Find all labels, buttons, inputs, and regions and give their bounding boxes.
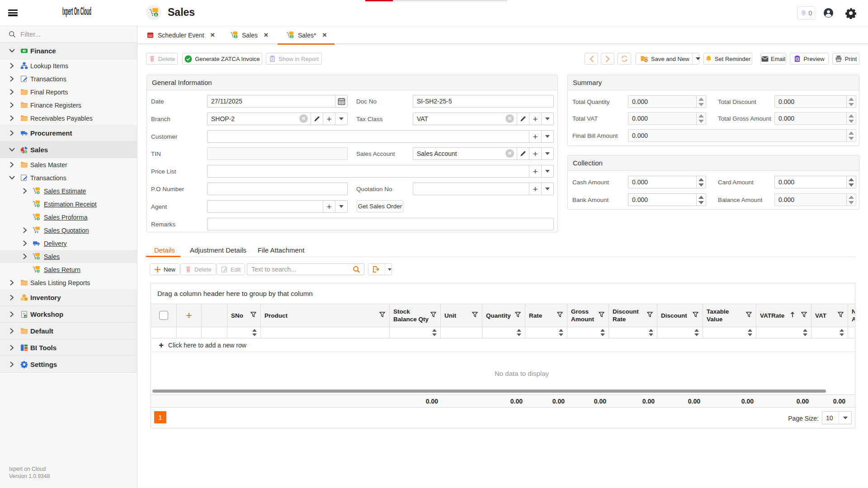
svg-text:$: $ [38,256,39,259]
svg-text:$: $ [38,217,39,220]
svg-text:$: $ [38,269,39,272]
svg-text:$: $ [291,35,293,38]
svg-text:$: $ [235,35,237,38]
svg-text:$: $ [38,204,39,207]
svg-text:$: $ [38,191,39,194]
svg-text:$: $ [155,13,157,17]
